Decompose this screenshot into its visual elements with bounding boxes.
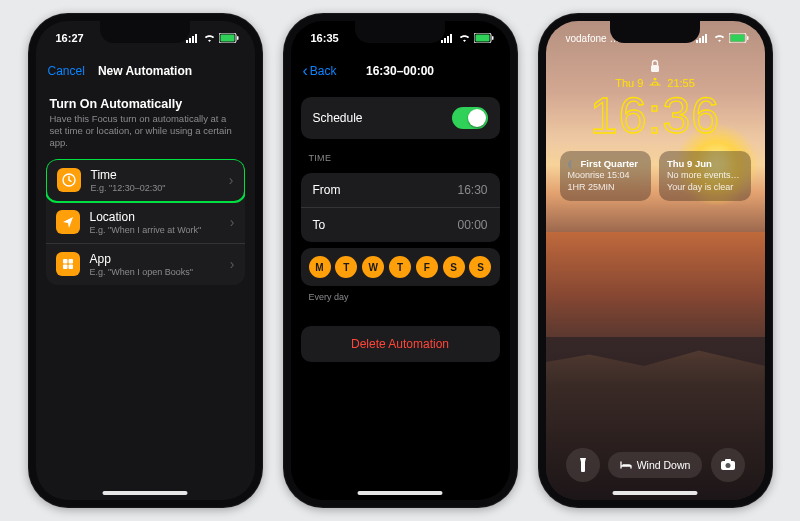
svg-rect-11	[68, 265, 73, 270]
lock-icon	[560, 59, 751, 73]
svg-rect-2	[192, 36, 194, 43]
row-subtitle: E.g. "12:30–02:30"	[91, 183, 219, 193]
day-fri[interactable]: F	[416, 256, 438, 278]
day-sun[interactable]: S	[469, 256, 491, 278]
schedule-toggle[interactable]	[452, 107, 488, 129]
wifi-icon	[203, 33, 216, 43]
clock-icon	[57, 168, 81, 192]
app-icon	[56, 252, 80, 276]
focus-pill[interactable]: Wind Down	[608, 452, 703, 478]
row-title: App	[90, 252, 220, 266]
svg-rect-15	[450, 34, 452, 43]
section-subtitle: Have this Focus turn on automatically at…	[50, 113, 241, 149]
svg-rect-25	[747, 36, 749, 40]
day-mon[interactable]: M	[309, 256, 331, 278]
delete-automation-button[interactable]: Delete Automation	[301, 326, 500, 362]
widget-line2: Your day is clear	[667, 182, 743, 194]
row-subtitle: E.g. "When I arrive at Work"	[90, 225, 220, 235]
screen-new-automation: 16:27 Cancel New Automation Turn On Auto…	[36, 21, 255, 500]
trigger-row-time[interactable]: Time E.g. "12:30–02:30" ›	[46, 159, 245, 203]
row-title: Location	[90, 210, 220, 224]
camera-button[interactable]	[711, 448, 745, 482]
home-indicator[interactable]	[358, 491, 443, 495]
svg-rect-0	[186, 40, 188, 43]
screen-lock: vodafone … Thu 9 21:55 16:36	[546, 21, 765, 500]
cancel-button[interactable]: Cancel	[48, 64, 85, 78]
lock-widgets: First Quarter Moonrise 15:04 1HR 25MIN T…	[560, 151, 751, 201]
widget-line2: 1HR 25MIN	[568, 182, 644, 194]
day-wed[interactable]: W	[362, 256, 384, 278]
schedule-row: Schedule	[301, 97, 500, 139]
svg-rect-24	[730, 35, 744, 42]
svg-rect-5	[220, 35, 234, 42]
battery-icon	[219, 33, 239, 43]
section-header: Turn On Automatically Have this Focus tu…	[36, 87, 255, 149]
moon-icon	[568, 160, 577, 169]
status-icons	[186, 33, 239, 43]
status-icons	[441, 33, 494, 43]
lock-time: 16:36	[560, 91, 751, 141]
widget-title: First Quarter	[581, 158, 639, 170]
day-thu[interactable]: T	[389, 256, 411, 278]
day-tue[interactable]: T	[335, 256, 357, 278]
home-indicator[interactable]	[103, 491, 188, 495]
nav-bar: Cancel New Automation	[36, 55, 255, 87]
chevron-right-icon: ›	[229, 172, 234, 188]
notch	[610, 21, 700, 43]
to-value: 00:00	[457, 218, 487, 232]
svg-rect-3	[195, 34, 197, 43]
svg-rect-10	[63, 265, 68, 270]
from-value: 16:30	[457, 183, 487, 197]
wallpaper-sea	[546, 232, 765, 337]
notch	[355, 21, 445, 43]
svg-rect-29	[725, 459, 731, 462]
focus-label: Wind Down	[637, 459, 691, 471]
svg-rect-19	[696, 40, 698, 43]
status-time: 16:35	[311, 32, 339, 44]
battery-icon	[729, 33, 749, 43]
widget-line1: Moonrise 15:04	[568, 170, 644, 182]
svg-rect-21	[702, 36, 704, 43]
day-sat[interactable]: S	[443, 256, 465, 278]
lock-bottom-controls: Wind Down	[546, 448, 765, 482]
svg-rect-6	[237, 36, 239, 40]
schedule-group: Schedule	[301, 97, 500, 139]
row-subtitle: E.g. "When I open Books"	[90, 267, 220, 277]
to-label: To	[313, 218, 326, 232]
phone-2: 16:35 ‹ Back 16:30–00:00 Schedule TIME F	[283, 13, 518, 508]
days-of-week: M T W T F S S	[301, 248, 500, 286]
svg-rect-18	[492, 36, 494, 40]
lock-content: Thu 9 21:55 16:36 First Quarter Moonrise…	[546, 59, 765, 201]
row-title: Time	[91, 168, 219, 182]
from-row[interactable]: From 16:30	[301, 173, 500, 208]
widget-moon[interactable]: First Quarter Moonrise 15:04 1HR 25MIN	[560, 151, 652, 201]
status-icons	[696, 33, 749, 43]
time-header: TIME	[309, 153, 492, 163]
back-button[interactable]: ‹ Back	[303, 64, 337, 78]
status-time: 16:27	[56, 32, 84, 44]
time-group: From 16:30 To 00:00	[301, 173, 500, 242]
svg-rect-1	[189, 38, 191, 43]
svg-rect-17	[475, 35, 489, 42]
svg-rect-20	[699, 38, 701, 43]
svg-rect-12	[441, 40, 443, 43]
svg-rect-22	[705, 34, 707, 43]
svg-rect-13	[444, 38, 446, 43]
screen-schedule-detail: 16:35 ‹ Back 16:30–00:00 Schedule TIME F	[291, 21, 510, 500]
chevron-right-icon: ›	[230, 256, 235, 272]
phone-3: vodafone … Thu 9 21:55 16:36	[538, 13, 773, 508]
to-row[interactable]: To 00:00	[301, 208, 500, 242]
svg-point-28	[725, 463, 730, 468]
flashlight-button[interactable]	[566, 448, 600, 482]
phone-1: 16:27 Cancel New Automation Turn On Auto…	[28, 13, 263, 508]
days-footnote: Every day	[309, 292, 492, 302]
home-indicator[interactable]	[613, 491, 698, 495]
schedule-label: Schedule	[313, 111, 363, 125]
section-title: Turn On Automatically	[50, 97, 241, 111]
trigger-row-app[interactable]: App E.g. "When I open Books" ›	[46, 244, 245, 285]
chevron-right-icon: ›	[230, 214, 235, 230]
trigger-row-location[interactable]: Location E.g. "When I arrive at Work" ›	[46, 202, 245, 244]
battery-icon	[474, 33, 494, 43]
widget-calendar[interactable]: Thu 9 Jun No more events… Your day is cl…	[659, 151, 751, 201]
widget-title: Thu 9 Jun	[667, 158, 712, 170]
